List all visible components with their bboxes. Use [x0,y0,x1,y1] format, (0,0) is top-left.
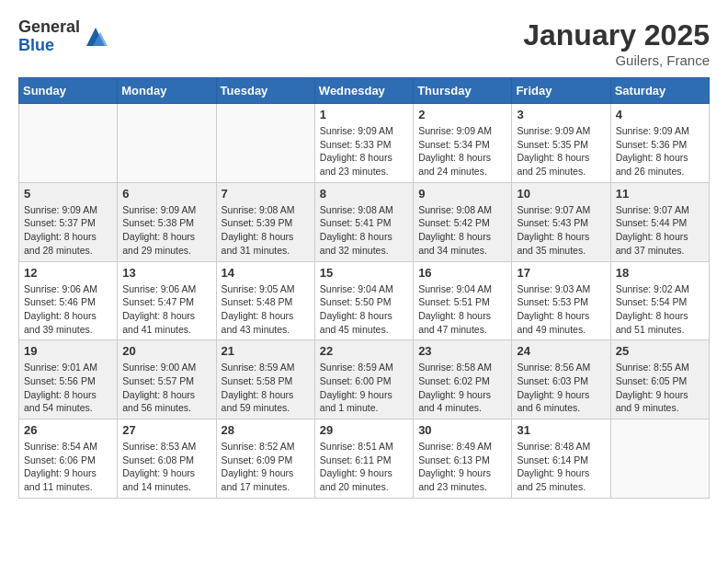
day-info: Sunrise: 9:05 AM Sunset: 5:48 PM Dayligh… [222,282,310,337]
calendar-cell [216,104,314,183]
day-info: Sunrise: 9:09 AM Sunset: 5:36 PM Dayligh… [616,124,704,178]
calendar-cell [118,104,216,183]
calendar-cell: 3Sunrise: 9:09 AM Sunset: 5:35 PM Daylig… [512,104,610,183]
calendar-cell: 10Sunrise: 9:07 AM Sunset: 5:43 PM Dayli… [512,182,610,261]
day-info: Sunrise: 9:04 AM Sunset: 5:50 PM Dayligh… [320,282,408,337]
calendar-cell: 1Sunrise: 9:09 AM Sunset: 5:33 PM Daylig… [314,104,413,183]
day-info: Sunrise: 8:48 AM Sunset: 6:14 PM Dayligh… [517,440,605,494]
calendar-cell: 11Sunrise: 9:07 AM Sunset: 5:44 PM Dayli… [610,182,709,261]
logo-blue-text: Blue [18,37,80,55]
day-number: 19 [24,344,112,358]
calendar-cell: 2Sunrise: 9:09 AM Sunset: 5:34 PM Daylig… [414,104,512,183]
day-info: Sunrise: 9:03 AM Sunset: 5:53 PM Dayligh… [517,282,605,337]
calendar-week-2: 5Sunrise: 9:09 AM Sunset: 5:37 PM Daylig… [19,182,710,261]
calendar-cell: 5Sunrise: 9:09 AM Sunset: 5:37 PM Daylig… [19,182,118,261]
weekday-header-wednesday: Wednesday [314,78,413,104]
calendar-week-1: 1Sunrise: 9:09 AM Sunset: 5:33 PM Daylig… [19,104,710,183]
weekday-header-sunday: Sunday [19,78,118,104]
calendar-cell: 8Sunrise: 9:08 AM Sunset: 5:41 PM Daylig… [314,182,413,261]
calendar-body: 1Sunrise: 9:09 AM Sunset: 5:33 PM Daylig… [19,104,710,499]
day-number: 3 [517,108,605,121]
day-info: Sunrise: 9:01 AM Sunset: 5:56 PM Dayligh… [24,361,112,415]
calendar-cell: 18Sunrise: 9:02 AM Sunset: 5:54 PM Dayli… [610,261,709,340]
calendar-cell: 21Sunrise: 8:59 AM Sunset: 5:58 PM Dayli… [216,340,314,419]
calendar-cell: 16Sunrise: 9:04 AM Sunset: 5:51 PM Dayli… [414,261,512,340]
day-info: Sunrise: 9:08 AM Sunset: 5:39 PM Dayligh… [222,203,310,258]
logo-general-text: General [18,18,80,37]
day-info: Sunrise: 8:56 AM Sunset: 6:03 PM Dayligh… [517,361,605,415]
calendar-cell [610,419,709,499]
day-info: Sunrise: 8:54 AM Sunset: 6:06 PM Dayligh… [24,440,112,494]
calendar-table: SundayMondayTuesdayWednesdayThursdayFrid… [18,77,710,499]
day-number: 31 [517,423,605,437]
calendar-cell: 27Sunrise: 8:53 AM Sunset: 6:08 PM Dayli… [118,419,216,499]
day-info: Sunrise: 9:04 AM Sunset: 5:51 PM Dayligh… [418,282,506,337]
day-number: 2 [418,108,506,121]
day-info: Sunrise: 9:09 AM Sunset: 5:34 PM Dayligh… [418,124,506,178]
day-number: 21 [222,344,310,358]
calendar-cell: 14Sunrise: 9:05 AM Sunset: 5:48 PM Dayli… [216,261,314,340]
day-info: Sunrise: 8:53 AM Sunset: 6:08 PM Dayligh… [122,440,210,494]
day-number: 10 [517,187,605,201]
day-number: 9 [418,187,506,201]
calendar-cell: 22Sunrise: 8:59 AM Sunset: 6:00 PM Dayli… [314,340,413,419]
calendar-cell: 4Sunrise: 9:09 AM Sunset: 5:36 PM Daylig… [610,104,709,183]
day-number: 25 [616,344,704,358]
calendar-cell: 17Sunrise: 9:03 AM Sunset: 5:53 PM Dayli… [512,261,610,340]
calendar-cell: 7Sunrise: 9:08 AM Sunset: 5:39 PM Daylig… [216,182,314,261]
day-number: 29 [320,423,408,437]
day-number: 16 [418,266,506,280]
day-number: 4 [616,108,704,121]
calendar-cell: 23Sunrise: 8:58 AM Sunset: 6:02 PM Dayli… [414,340,512,419]
calendar-cell: 24Sunrise: 8:56 AM Sunset: 6:03 PM Dayli… [512,340,610,419]
day-info: Sunrise: 9:02 AM Sunset: 5:54 PM Dayligh… [616,282,704,337]
day-info: Sunrise: 8:55 AM Sunset: 6:05 PM Dayligh… [616,361,704,415]
day-number: 7 [222,187,310,201]
calendar-cell: 13Sunrise: 9:06 AM Sunset: 5:47 PM Dayli… [118,261,216,340]
calendar-week-3: 12Sunrise: 9:06 AM Sunset: 5:46 PM Dayli… [19,261,710,340]
day-info: Sunrise: 9:08 AM Sunset: 5:41 PM Dayligh… [320,203,408,258]
calendar-cell: 30Sunrise: 8:49 AM Sunset: 6:13 PM Dayli… [414,419,512,499]
page-header: General Blue January 2025 Guilers, Franc… [18,18,710,68]
weekday-header-friday: Friday [512,78,610,104]
day-info: Sunrise: 9:07 AM Sunset: 5:43 PM Dayligh… [517,203,605,258]
calendar-cell: 25Sunrise: 8:55 AM Sunset: 6:05 PM Dayli… [610,340,709,419]
day-number: 28 [222,423,310,437]
day-number: 22 [320,344,408,358]
day-number: 27 [122,423,210,437]
calendar-cell: 26Sunrise: 8:54 AM Sunset: 6:06 PM Dayli… [19,419,118,499]
day-info: Sunrise: 9:06 AM Sunset: 5:46 PM Dayligh… [24,282,112,337]
day-number: 26 [24,423,112,437]
day-number: 5 [24,187,112,201]
day-number: 14 [222,266,310,280]
day-number: 11 [616,187,704,201]
day-number: 20 [122,344,210,358]
day-number: 6 [122,187,210,201]
day-number: 8 [320,187,408,201]
weekday-header-thursday: Thursday [414,78,512,104]
logo-icon [82,23,109,51]
logo: General Blue [18,18,109,55]
calendar-header: SundayMondayTuesdayWednesdayThursdayFrid… [19,78,710,104]
calendar-cell: 20Sunrise: 9:00 AM Sunset: 5:57 PM Dayli… [118,340,216,419]
day-info: Sunrise: 9:09 AM Sunset: 5:35 PM Dayligh… [517,124,605,178]
calendar-cell: 9Sunrise: 9:08 AM Sunset: 5:42 PM Daylig… [414,182,512,261]
calendar-cell: 31Sunrise: 8:48 AM Sunset: 6:14 PM Dayli… [512,419,610,499]
day-info: Sunrise: 9:09 AM Sunset: 5:37 PM Dayligh… [24,203,112,258]
day-info: Sunrise: 9:00 AM Sunset: 5:57 PM Dayligh… [122,361,210,415]
calendar-cell: 28Sunrise: 8:52 AM Sunset: 6:09 PM Dayli… [216,419,314,499]
day-info: Sunrise: 9:08 AM Sunset: 5:42 PM Dayligh… [418,203,506,258]
weekday-header-tuesday: Tuesday [216,78,314,104]
day-number: 17 [517,266,605,280]
day-number: 23 [418,344,506,358]
calendar-week-5: 26Sunrise: 8:54 AM Sunset: 6:06 PM Dayli… [19,419,710,499]
calendar-cell: 19Sunrise: 9:01 AM Sunset: 5:56 PM Dayli… [19,340,118,419]
calendar-cell: 29Sunrise: 8:51 AM Sunset: 6:11 PM Dayli… [314,419,413,499]
weekday-header-monday: Monday [118,78,216,104]
day-info: Sunrise: 8:49 AM Sunset: 6:13 PM Dayligh… [418,440,506,494]
weekday-header-saturday: Saturday [610,78,709,104]
day-number: 30 [418,423,506,437]
title-section: January 2025 Guilers, France [523,18,710,68]
day-info: Sunrise: 9:07 AM Sunset: 5:44 PM Dayligh… [616,203,704,258]
day-info: Sunrise: 8:59 AM Sunset: 6:00 PM Dayligh… [320,361,408,415]
